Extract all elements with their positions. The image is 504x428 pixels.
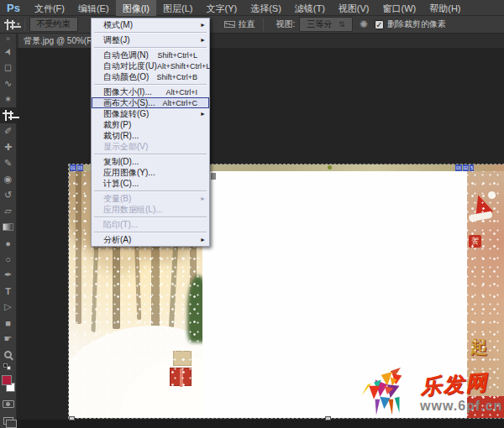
menu-item-shortcut: Shift+Ctrl+B bbox=[156, 73, 197, 81]
toolbar-tools: »➤◻∿✶✐✚✎◉↺▱●○✒T▷■☛ bbox=[0, 34, 17, 363]
menu-separator bbox=[94, 217, 207, 217]
view-value: 三等分 bbox=[307, 18, 332, 30]
menu-item-auto-color[interactable]: 自动颜色(O)Shift+Ctrl+B bbox=[92, 71, 209, 82]
eyedropper-tool[interactable]: ✐ bbox=[0, 123, 17, 139]
zoom-icon bbox=[4, 351, 12, 358]
menu-item-variables: 变量(B)► bbox=[92, 193, 209, 204]
screen-mode-button[interactable] bbox=[0, 415, 17, 428]
menu-item-label: 画布大小(S)... bbox=[103, 97, 162, 109]
menu-item-apply-data-set: 应用数据组(L)... bbox=[92, 204, 209, 215]
menu-separator bbox=[94, 191, 207, 191]
crop-tool-badge[interactable]: ▾ bbox=[5, 20, 20, 29]
menu-item-auto-contrast[interactable]: 自动对比度(U)Alt+Shift+Ctrl+L bbox=[92, 60, 209, 71]
gradient-icon bbox=[3, 223, 13, 231]
divider bbox=[24, 18, 25, 31]
gear-icon[interactable]: ✺ bbox=[360, 18, 368, 30]
badge: 01 bbox=[70, 164, 76, 171]
badge: 03 bbox=[77, 164, 84, 171]
menu-item-apply-image[interactable]: 应用图像(Y)... bbox=[92, 167, 209, 178]
menu-item-mode[interactable]: 模式(M)► bbox=[92, 19, 209, 30]
badge: 02 bbox=[463, 164, 470, 171]
brush-tool[interactable]: ✎ bbox=[0, 155, 17, 171]
submenu-arrow-icon: ► bbox=[200, 37, 206, 43]
crop-tool[interactable] bbox=[0, 107, 17, 123]
menubar-item-edit[interactable]: 编辑(E) bbox=[71, 0, 116, 16]
menu-item-image-size[interactable]: 图像大小(I)...Alt+Ctrl+I bbox=[92, 86, 209, 97]
menu-item-label: 裁切(R)... bbox=[103, 130, 204, 142]
badge bbox=[211, 173, 216, 180]
delete-cropped-pixels-checkbox[interactable]: ✓ bbox=[375, 20, 384, 29]
default-swatches-icon[interactable] bbox=[0, 363, 17, 370]
options-bar: ▾ 不受约束 拉直 视图: 三等分 ⇅ ✺ ✓ 删除裁剪的像素 bbox=[0, 16, 504, 34]
path-selection-tool[interactable]: ▷ bbox=[0, 299, 17, 315]
shape-tool[interactable]: ■ bbox=[0, 315, 17, 331]
menubar-item-window[interactable]: 窗口(W) bbox=[376, 0, 423, 16]
menu-item-shortcut: Alt+Ctrl+C bbox=[162, 99, 197, 107]
history-brush-tool[interactable]: ↺ bbox=[0, 187, 17, 203]
menubar-items: 文件(F)编辑(E)图像(I)图层(L)文字(Y)选择(S)滤镜(T)视图(V)… bbox=[28, 0, 468, 16]
straighten-button[interactable]: 拉直 bbox=[224, 18, 255, 30]
menubar-item-view[interactable]: 视图(V) bbox=[332, 0, 376, 16]
menubar-item-type[interactable]: 文字(Y) bbox=[199, 0, 244, 16]
quick-mask-button[interactable] bbox=[0, 397, 17, 410]
eraser-tool[interactable]: ▱ bbox=[0, 203, 17, 219]
menu-item-analysis[interactable]: 分析(A)► bbox=[92, 234, 209, 245]
menu-item-label: 图像旋转(G) bbox=[103, 108, 204, 120]
menu-item-label: 分析(A) bbox=[103, 234, 204, 246]
pen-tool[interactable]: ✒ bbox=[0, 267, 17, 283]
menu-item-auto-tone[interactable]: 自动色调(N)Shift+Ctrl+L bbox=[92, 50, 209, 60]
chevron-down-icon: ▾ bbox=[17, 21, 20, 28]
delete-cropped-pixels-label: 删除裁剪的像素 bbox=[387, 18, 446, 30]
menubar-item-help[interactable]: 帮助(H) bbox=[423, 0, 467, 16]
dodge-tool[interactable]: ○ bbox=[0, 251, 17, 267]
blur-tool[interactable]: ● bbox=[0, 235, 17, 251]
straighten-icon bbox=[224, 21, 235, 28]
healing-brush-tool[interactable]: ✚ bbox=[0, 139, 17, 155]
gradient-tool[interactable] bbox=[0, 219, 17, 235]
foreground-color-swatch[interactable] bbox=[2, 375, 12, 385]
crop-handle-bottom-left[interactable] bbox=[69, 416, 75, 420]
photoshop-window: Ps 文件(F)编辑(E)图像(I)图层(L)文字(Y)选择(S)滤镜(T)视图… bbox=[0, 0, 504, 428]
ps-logo: Ps bbox=[0, 2, 28, 14]
menu-item-crop[interactable]: 裁剪(P) bbox=[92, 119, 209, 130]
menubar-item-select[interactable]: 选择(S) bbox=[244, 0, 288, 16]
view-select[interactable]: 三等分 ⇅ bbox=[299, 17, 353, 32]
menu-item-shortcut: Shift+Ctrl+L bbox=[157, 51, 197, 60]
menu-item-image-rotation[interactable]: 图像旋转(G)► bbox=[92, 108, 209, 119]
view-label: 视图: bbox=[276, 18, 296, 30]
submenu-arrow-icon: ► bbox=[200, 22, 206, 28]
menubar-item-file[interactable]: 文件(F) bbox=[28, 0, 71, 16]
menu-item-canvas-size[interactable]: 画布大小(S)...Alt+Ctrl+C bbox=[92, 97, 209, 108]
hand-tool[interactable]: ☛ bbox=[0, 331, 17, 347]
zoom-tool[interactable] bbox=[0, 347, 17, 363]
badge: 5 bbox=[470, 164, 474, 171]
menubar-item-image[interactable]: 图像(I) bbox=[116, 0, 156, 16]
color-swatches bbox=[0, 373, 17, 392]
quick-selection-tool[interactable]: ✶ bbox=[0, 91, 17, 107]
menu-item-adjustments[interactable]: 调整(J)► bbox=[92, 34, 209, 45]
menu-item-label: 自动颜色(O) bbox=[103, 71, 156, 83]
menu-item-label: 自动色调(N) bbox=[103, 50, 157, 61]
canvas-bottom-gutter bbox=[17, 420, 504, 428]
menu-item-duplicate[interactable]: 复制(D)... bbox=[92, 156, 209, 167]
menu-item-shortcut: Alt+Ctrl+I bbox=[165, 88, 197, 97]
menubar-item-filter[interactable]: 滤镜(T) bbox=[288, 0, 332, 16]
marquee-tool[interactable]: ◻ bbox=[0, 60, 17, 76]
menu-item-label: 陷印(T)... bbox=[103, 219, 204, 231]
menu-item-trim[interactable]: 裁切(R)... bbox=[92, 130, 209, 141]
lasso-tool[interactable]: ∿ bbox=[0, 76, 17, 91]
menubar-item-layer[interactable]: 图层(L) bbox=[156, 0, 199, 16]
crop-preset-select[interactable]: 不受约束 bbox=[29, 17, 78, 32]
type-tool[interactable]: T bbox=[0, 283, 17, 299]
menu-item-calculations[interactable]: 计算(C)... bbox=[92, 178, 209, 189]
menubar: Ps 文件(F)编辑(E)图像(I)图层(L)文字(Y)选择(S)滤镜(T)视图… bbox=[0, 0, 504, 16]
menu-item-label: 裁剪(P) bbox=[103, 119, 204, 131]
menu-item-label: 自动对比度(U) bbox=[103, 60, 157, 72]
menu-item-label: 计算(C)... bbox=[103, 178, 204, 190]
crop-preset-value: 不受约束 bbox=[37, 18, 71, 30]
badge: 03 bbox=[455, 164, 462, 171]
calendar-badges-right: 03025 bbox=[455, 164, 474, 171]
crop-handle-bottom-center[interactable] bbox=[325, 416, 331, 420]
crop-icon bbox=[3, 111, 13, 120]
clone-stamp-tool[interactable]: ◉ bbox=[0, 171, 17, 187]
